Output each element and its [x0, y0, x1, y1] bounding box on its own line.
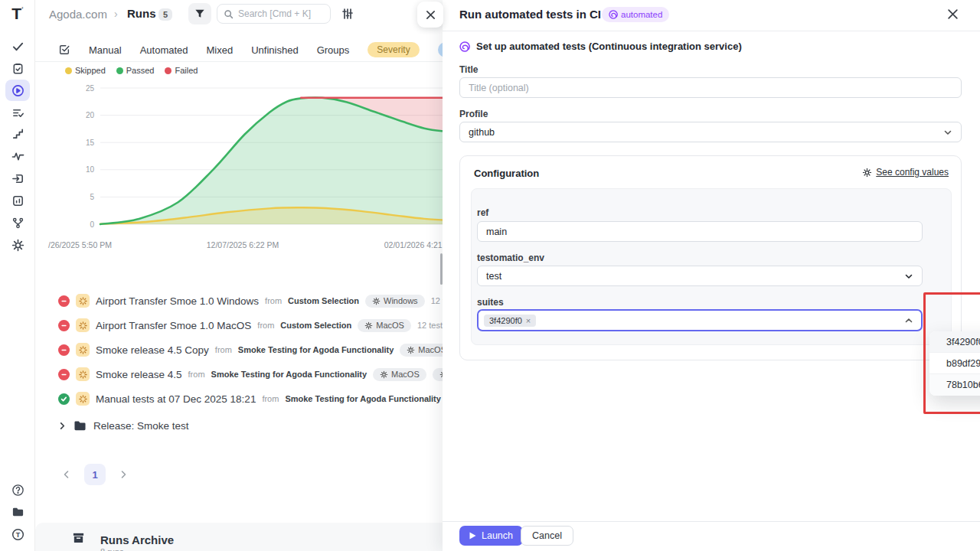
failed-status-icon	[58, 320, 70, 331]
suites-multiselect[interactable]: 3f4290f0 ×	[477, 309, 923, 331]
run-from-label: from	[265, 296, 282, 305]
next-page-icon[interactable]	[115, 466, 132, 483]
title-input[interactable]	[459, 77, 962, 98]
tab-automated[interactable]: Automated	[140, 44, 188, 56]
profile-select[interactable]: github	[459, 122, 962, 142]
sidebar: T'	[0, 0, 35, 551]
app-logo[interactable]: T'	[0, 5, 35, 23]
import-icon[interactable]	[5, 168, 30, 189]
tab-manual[interactable]: Manual	[89, 44, 122, 56]
analytics-icon[interactable]	[5, 190, 30, 211]
run-title[interactable]: Airport Transfer Smoe 1.0 Windows	[96, 295, 259, 307]
env-badge: MacOS	[373, 368, 426, 381]
search-box[interactable]	[217, 4, 331, 24]
env-badge: MacOS	[358, 319, 411, 332]
run-title[interactable]: Airport Transfer Smoe 1.0 MacOS	[96, 320, 251, 331]
run-title[interactable]: Smoke release 4.5 Copy	[96, 344, 209, 356]
x-tick-0: /26/2025 5:50 PM	[48, 240, 112, 249]
suites-option-b89df296[interactable]: b89df296	[929, 353, 980, 374]
tab-groups[interactable]: Groups	[317, 44, 350, 56]
view-settings-sliders-icon[interactable]	[341, 7, 354, 21]
projects-folder-icon[interactable]	[5, 501, 30, 523]
run-from-label: from	[257, 321, 274, 330]
run-from-label: from	[262, 394, 279, 403]
gear-icon	[380, 370, 388, 379]
breadcrumb-section[interactable]: Runs	[127, 7, 156, 20]
release-folder-row[interactable]: Release: Smoke test	[58, 416, 189, 435]
release-folder-label: Release: Smoke test	[93, 420, 189, 432]
branch-icon[interactable]	[5, 212, 30, 233]
cancel-button[interactable]: Cancel	[521, 526, 573, 546]
svg-text:25: 25	[86, 84, 95, 93]
suites-option-3f4290f0[interactable]: 3f4290f0	[929, 331, 980, 353]
legend-item-passed: Passed	[116, 66, 155, 75]
profile-value: github	[469, 127, 495, 138]
spark-icon	[79, 321, 87, 330]
spark-icon	[79, 370, 87, 379]
severity-filter-pill[interactable]: Severity	[368, 42, 419, 57]
page-1-button[interactable]: 1	[84, 464, 106, 485]
runs-play-icon[interactable]	[5, 80, 30, 101]
legend-item-failed: Failed	[165, 66, 198, 75]
see-config-values-link[interactable]: See config values	[862, 167, 949, 178]
run-title[interactable]: Manual tests at 07 Dec 2025 18:21	[96, 393, 256, 405]
tab-unfinished[interactable]: Unfinished	[251, 44, 298, 56]
env-select[interactable]: test	[477, 266, 923, 286]
passed-status-icon	[58, 393, 70, 405]
automated-badge: automated	[602, 7, 669, 22]
suites-dropdown: 3f4290f0 b89df296 78b10b62	[929, 331, 980, 396]
breadcrumb-project[interactable]: Agoda.com	[49, 8, 107, 21]
ref-label: ref	[477, 207, 488, 218]
chevron-up-icon	[904, 316, 913, 325]
panel-header-divider	[443, 31, 980, 31]
run-source: Smoke Testing for Agoda Functionality	[285, 394, 441, 403]
gear-icon	[372, 297, 381, 305]
close-icon	[426, 10, 436, 20]
checklist-icon[interactable]	[5, 102, 30, 123]
configuration-card: Configuration See config values ref test…	[459, 155, 962, 360]
archive-box-icon	[72, 531, 85, 547]
select-all-icon[interactable]	[58, 44, 70, 56]
run-source: Custom Selection	[280, 321, 351, 330]
automated-run-icon	[76, 343, 90, 357]
run-in-ci-panel: Run automated tests in CI automated Set …	[443, 0, 980, 551]
panel-collapse-button[interactable]	[417, 2, 443, 28]
run-title[interactable]: Smoke release 4.5	[96, 369, 182, 380]
suites-label: suites	[477, 297, 504, 308]
run-source: Smoke Testing for Agoda Functionality	[238, 345, 394, 354]
svg-text:15: 15	[86, 139, 95, 147]
panel-close-icon[interactable]	[947, 8, 959, 21]
brand-circle-icon[interactable]: T	[5, 523, 30, 545]
steps-icon[interactable]	[5, 123, 30, 145]
test-plans-clipboard-icon[interactable]	[5, 57, 30, 79]
env-value: test	[486, 271, 501, 282]
prev-page-icon[interactable]	[58, 466, 75, 483]
launch-button[interactable]: Launch	[459, 526, 523, 546]
tests-check-icon[interactable]	[5, 35, 30, 57]
chevron-down-icon	[904, 272, 913, 281]
remove-tag-icon[interactable]: ×	[526, 316, 531, 325]
option-label: 78b10b62	[946, 380, 980, 390]
ref-input[interactable]	[477, 221, 923, 242]
filter-button[interactable]	[188, 3, 211, 24]
svg-text:5: 5	[90, 193, 94, 201]
archive-subtitle: 8 runs	[100, 547, 124, 551]
suites-option-78b10b62[interactable]: 78b10b62	[929, 374, 980, 396]
x-tick-1: 12/07/2025 6:22 PM	[207, 240, 279, 249]
search-input[interactable]	[238, 8, 322, 19]
env-label: testomatio_env	[477, 253, 544, 263]
tab-mixed[interactable]: Mixed	[207, 44, 234, 56]
setup-heading-row: Set up automated tests (Continuous integ…	[459, 41, 742, 52]
spark-icon	[79, 346, 87, 354]
app-root: T'	[0, 0, 980, 551]
archive-title: Runs Archive	[100, 533, 174, 546]
failed-status-icon	[58, 344, 70, 356]
pulse-icon[interactable]	[5, 145, 30, 167]
search-icon	[224, 9, 234, 19]
help-icon[interactable]	[5, 479, 30, 500]
suite-tag: 3f4290f0 ×	[484, 315, 536, 327]
settings-gear-icon[interactable]	[5, 234, 30, 256]
chart-legend: Skipped Passed Failed	[65, 66, 198, 75]
chevron-down-icon	[943, 128, 952, 137]
svg-text:20: 20	[86, 111, 95, 119]
